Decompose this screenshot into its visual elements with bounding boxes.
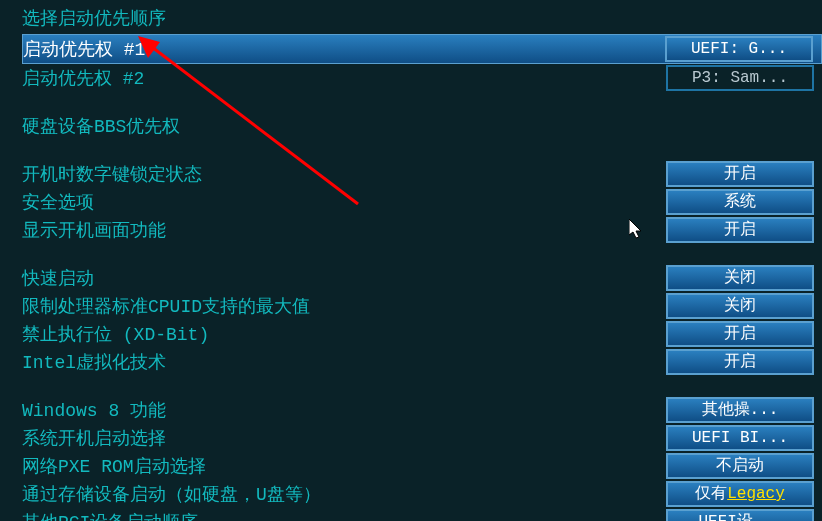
menu-value[interactable]: 开启 [666, 217, 814, 243]
menu-value[interactable]: 关闭 [666, 293, 814, 319]
menu-row[interactable]: 通过存储设备启动（如硬盘，U盘等）仅有Legacy [22, 480, 822, 508]
section-title: 选择启动优先顺序 [22, 6, 822, 30]
menu-value[interactable]: 仅有Legacy [666, 481, 814, 507]
menu-label: 限制处理器标准CPUID支持的最大值 [22, 294, 622, 318]
menu-label: 网络PXE ROM启动选择 [22, 454, 622, 478]
menu-row[interactable]: Windows 8 功能其他操... [22, 396, 822, 424]
menu-row[interactable]: 开机时数字键锁定状态开启 [22, 160, 822, 188]
menu-value[interactable]: 系统 [666, 189, 814, 215]
menu-value[interactable]: UEFI: G... [665, 36, 813, 62]
menu-label: Intel虚拟化技术 [22, 350, 622, 374]
menu-label: 禁止执行位 (XD-Bit) [22, 322, 622, 346]
menu-label: 其他PCI设备启动顺序 [22, 510, 622, 521]
menu-row[interactable]: 限制处理器标准CPUID支持的最大值关闭 [22, 292, 822, 320]
menu-label: 安全选项 [22, 190, 622, 214]
menu-value[interactable]: 开启 [666, 349, 814, 375]
menu-row[interactable]: 安全选项系统 [22, 188, 822, 216]
spacer [22, 92, 822, 112]
menu-value[interactable]: UEFI设... [666, 509, 814, 521]
menu-label: 硬盘设备BBS优先权 [22, 114, 622, 138]
menu-row[interactable]: 其他PCI设备启动顺序UEFI设... [22, 508, 822, 521]
menu-value[interactable]: P3: Sam... [666, 65, 814, 91]
menu-label: 启动优先权 #2 [22, 66, 622, 90]
menu-label: 快速启动 [22, 266, 622, 290]
menu-row[interactable]: 系统开机启动选择UEFI BI... [22, 424, 822, 452]
menu-row[interactable]: 启动优先权 #1UEFI: G... [22, 34, 822, 64]
spacer [22, 140, 822, 160]
spacer [22, 376, 822, 396]
menu-label: 开机时数字键锁定状态 [22, 162, 622, 186]
menu-row[interactable]: Intel虚拟化技术开启 [22, 348, 822, 376]
menu-label: Windows 8 功能 [22, 398, 622, 422]
menu-label: 通过存储设备启动（如硬盘，U盘等） [22, 482, 622, 506]
menu-value[interactable]: 关闭 [666, 265, 814, 291]
menu-value[interactable]: 其他操... [666, 397, 814, 423]
menu-row[interactable]: 网络PXE ROM启动选择不启动 [22, 452, 822, 480]
menu-value[interactable]: 不启动 [666, 453, 814, 479]
menu-row[interactable]: 启动优先权 #2P3: Sam... [22, 64, 822, 92]
menu-value[interactable]: UEFI BI... [666, 425, 814, 451]
menu-value[interactable]: 开启 [666, 321, 814, 347]
menu-row[interactable]: 快速启动关闭 [22, 264, 822, 292]
menu-label: 显示开机画面功能 [22, 218, 622, 242]
menu-label: 系统开机启动选择 [22, 426, 622, 450]
menu-row[interactable]: 显示开机画面功能开启 [22, 216, 822, 244]
menu-label: 启动优先权 #1 [23, 37, 623, 61]
menu-row[interactable]: 硬盘设备BBS优先权 [22, 112, 822, 140]
spacer [22, 244, 822, 264]
menu-row[interactable]: 禁止执行位 (XD-Bit)开启 [22, 320, 822, 348]
menu-value[interactable]: 开启 [666, 161, 814, 187]
